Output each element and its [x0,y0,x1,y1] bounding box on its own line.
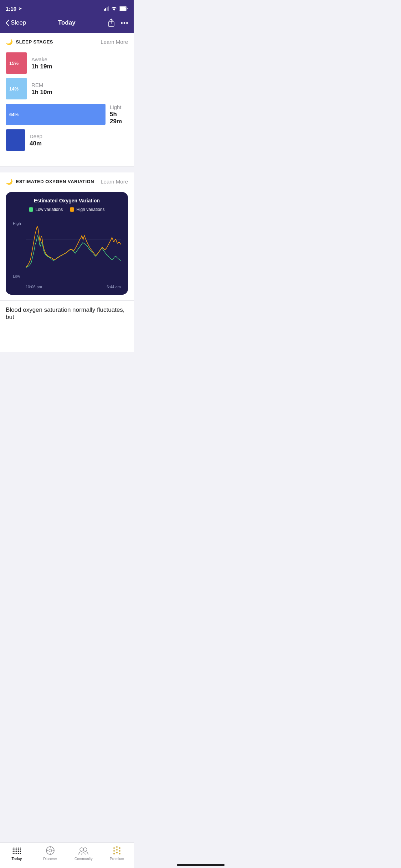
stage-rem-bar: 14% [6,78,27,99]
chart-time-labels: 10:06 pm 6:44 am [26,285,121,289]
legend-low: Low variations [29,207,63,212]
stage-rem-info: REM 1h 10m [31,82,52,96]
stage-awake-pct: 15% [9,61,19,66]
chart-high-label: High [13,221,21,226]
section-divider [0,167,134,172]
oxygen-chart-container: Estimated Oxygen Variation Low variation… [6,192,128,295]
share-button[interactable] [107,19,115,27]
oxygen-header: 🌙 ESTIMATED OXYGEN VARIATION Learn More [6,178,128,185]
stage-deep-row: Deep 40m [6,129,128,151]
svg-rect-1 [120,7,126,10]
status-bar: 1:10 ➤ [0,0,134,16]
status-time: 1:10 ➤ [6,6,22,12]
legend-high-label: High variations [76,207,104,212]
stage-deep-info: Deep 40m [30,133,42,147]
battery-icon [119,6,128,11]
stage-light-bar: 64% [6,104,106,125]
stage-rem-time: 1h 10m [31,89,52,96]
orange-line [26,227,121,268]
sleep-stages-title: 🌙 SLEEP STAGES [6,38,53,45]
chart-start-time: 10:06 pm [26,285,42,289]
status-icons [104,6,128,11]
main-content: 🌙 SLEEP STAGES Learn More 15% Awake 1h 1… [0,33,134,352]
stage-rem-pct: 14% [9,86,19,92]
oxygen-moon-icon: 🌙 [6,178,13,185]
blood-oxygen-text: Blood oxygen saturation normally fluctua… [0,300,134,324]
stage-awake-name: Awake [31,56,52,62]
stage-awake-bar: 15% [6,52,27,74]
signal-icon [104,6,109,11]
sleep-stages-list: 15% Awake 1h 19m 14% REM 1h 10m [6,52,128,161]
chart-end-time: 6:44 am [107,285,121,289]
back-label: Sleep [11,19,26,26]
stage-light-name: Light [110,104,128,110]
header: Sleep Today [0,16,134,33]
oxygen-learn-more[interactable]: Learn More [101,179,128,185]
stage-deep-bar [6,129,25,151]
stage-light-row: 64% Light 5h 29m [6,104,128,125]
stage-light-info: Light 5h 29m [110,104,128,125]
legend-low-label: Low variations [35,207,63,212]
chart-area: High Low 10:06 pm 6:44 am [13,218,121,289]
oxygen-title: 🌙 ESTIMATED OXYGEN VARIATION [6,178,94,185]
svg-point-5 [126,22,128,24]
header-title: Today [58,19,76,26]
more-button[interactable] [121,22,128,24]
sleep-stages-learn-more[interactable]: Learn More [101,39,128,45]
sleep-stages-section: 🌙 SLEEP STAGES Learn More 15% Awake 1h 1… [0,33,134,167]
stage-deep-name: Deep [30,133,42,139]
svg-point-3 [121,22,123,24]
chart-legend: Low variations High variations [11,207,122,212]
header-actions [107,19,128,27]
stage-awake-row: 15% Awake 1h 19m [6,52,128,74]
back-button[interactable]: Sleep [6,19,26,26]
stage-deep-time: 40m [30,140,42,147]
stage-awake-info: Awake 1h 19m [31,56,52,70]
stage-light-pct: 64% [9,112,19,117]
chart-low-label: Low [13,274,21,278]
stage-light-time: 5h 29m [110,111,128,125]
oxygen-section: 🌙 ESTIMATED OXYGEN VARIATION Learn More … [0,172,134,300]
chart-y-labels: High Low [13,221,21,278]
chart-svg [26,218,121,278]
svg-point-4 [123,22,125,24]
stage-rem-name: REM [31,82,52,88]
sleep-stages-header: 🌙 SLEEP STAGES Learn More [6,38,128,45]
legend-high: High variations [70,207,104,212]
legend-low-dot [29,207,33,212]
sleep-moon-icon: 🌙 [6,38,13,45]
stage-rem-row: 14% REM 1h 10m [6,78,128,99]
legend-high-dot [70,207,74,212]
wifi-icon [111,6,117,11]
chart-title: Estimated Oxygen Variation [11,198,122,203]
location-icon: ➤ [19,6,22,11]
stage-awake-time: 1h 19m [31,63,52,70]
